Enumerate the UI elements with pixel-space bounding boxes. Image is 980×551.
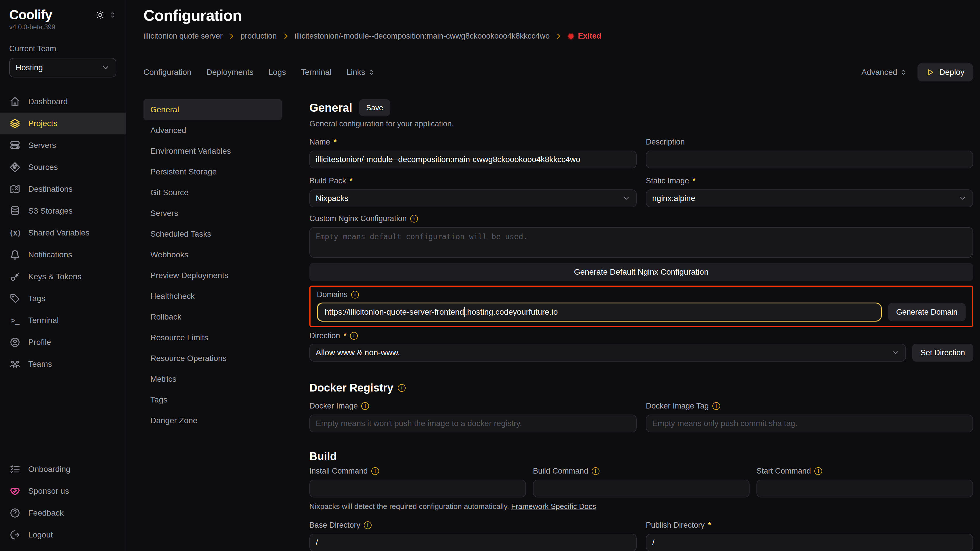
sidebar-item-shared-variables[interactable]: (x) Shared Variables	[0, 222, 126, 244]
subnav-item-healthcheck[interactable]: Healthcheck	[143, 286, 282, 306]
tab-configuration[interactable]: Configuration	[143, 68, 192, 77]
direction-field: Direction* i Allow www & non-www. Set Di…	[309, 331, 973, 362]
sidebar-item-notifications[interactable]: Notifications	[0, 244, 126, 266]
theme-toggle-sun-icon[interactable]	[95, 10, 105, 19]
sidebar-header: Coolify v4.0.0-beta.399 Current Team Hos…	[0, 0, 126, 78]
description-label: Description	[646, 138, 973, 146]
sidebar-item-terminal[interactable]: >_ Terminal	[0, 310, 126, 331]
sidebar-item-logout[interactable]: Logout	[0, 524, 126, 546]
sidebar-item-keys-tokens[interactable]: Keys & Tokens	[0, 266, 126, 287]
info-icon[interactable]: i	[592, 467, 600, 475]
static-image-select[interactable]: nginx:alpine	[646, 189, 973, 207]
subnav-item-advanced[interactable]: Advanced	[143, 120, 282, 141]
direction-select[interactable]: Allow www & non-www.	[309, 344, 906, 362]
subnav-item-resource-operations[interactable]: Resource Operations	[143, 348, 282, 369]
breadcrumb-application[interactable]: illicitestonion/-module--decomposition:m…	[295, 32, 550, 41]
subnav-item-danger-zone[interactable]: Danger Zone	[143, 410, 282, 431]
base-directory-field: Base Directory i	[309, 521, 636, 551]
chevron-right-icon	[228, 33, 235, 40]
chevron-down-icon	[102, 64, 110, 72]
sidebar-item-sponsor-us[interactable]: Sponsor us	[0, 480, 126, 502]
info-icon[interactable]: i	[364, 521, 372, 529]
custom-nginx-label: Custom Nginx Configuration i	[309, 214, 973, 223]
sidebar-item-s3-storages[interactable]: S3 Storages	[0, 200, 126, 222]
sidebar-item-tags[interactable]: Tags	[0, 287, 126, 310]
tab-deployments[interactable]: Deployments	[207, 68, 253, 77]
play-icon	[926, 68, 935, 76]
start-command-input[interactable]	[756, 480, 973, 497]
sidebar-item-projects[interactable]: Projects	[0, 113, 126, 135]
sidebar-item-sources[interactable]: Sources	[0, 156, 126, 178]
team-select[interactable]: Hosting	[9, 58, 116, 78]
subnav-item-general[interactable]: General	[143, 99, 282, 120]
docker-image-field: Docker Image i	[309, 402, 636, 432]
required-asterisk: *	[350, 176, 353, 186]
info-icon[interactable]: i	[350, 332, 358, 340]
breadcrumb-environment[interactable]: production	[240, 32, 277, 41]
build-command-input[interactable]	[533, 480, 749, 497]
subnav-item-webhooks[interactable]: Webhooks	[143, 245, 282, 265]
sidebar-item-profile[interactable]: Profile	[0, 331, 126, 353]
description-input[interactable]	[646, 151, 973, 168]
domains-input[interactable]: https://illicitonion-quote-server-fronte…	[317, 303, 882, 322]
git-source-icon	[9, 162, 21, 173]
status-dot-icon	[568, 33, 574, 40]
subnav-item-servers[interactable]: Servers	[143, 203, 282, 224]
build-command-label: Build Command i	[533, 467, 749, 476]
subnav-item-metrics[interactable]: Metrics	[143, 369, 282, 389]
advanced-toggle[interactable]: Advanced	[861, 68, 907, 77]
subnav-item-persistent-storage[interactable]: Persistent Storage	[143, 162, 282, 182]
subnav-item-git-source[interactable]: Git Source	[143, 182, 282, 203]
subnav-item-preview-deployments[interactable]: Preview Deployments	[143, 265, 282, 286]
user-circle-icon	[9, 337, 21, 348]
docker-image-label: Docker Image i	[309, 402, 636, 411]
custom-nginx-textarea[interactable]	[309, 227, 973, 258]
status-badge: Exited	[568, 32, 601, 41]
generate-domain-button[interactable]: Generate Domain	[888, 303, 966, 321]
save-button[interactable]: Save	[359, 99, 390, 116]
base-directory-input[interactable]	[309, 534, 636, 551]
required-asterisk: *	[692, 176, 696, 186]
terminal-icon: >_	[9, 316, 21, 325]
breadcrumb: illicitonion quote server production ill…	[143, 32, 973, 41]
publish-directory-input[interactable]	[646, 534, 973, 551]
deploy-button[interactable]: Deploy	[918, 63, 973, 81]
sidebar-item-dashboard[interactable]: Dashboard	[0, 91, 126, 113]
info-icon[interactable]: i	[351, 291, 359, 299]
sidebar-item-destinations[interactable]: Destinations	[0, 178, 126, 200]
subnav-item-tags[interactable]: Tags	[143, 389, 282, 410]
tab-terminal[interactable]: Terminal	[301, 68, 332, 77]
instance-switcher-chevrons-icon[interactable]	[109, 11, 116, 19]
map-icon	[9, 184, 21, 195]
info-icon[interactable]: i	[398, 384, 406, 392]
tab-links[interactable]: Links	[347, 68, 375, 77]
subnav-item-resource-limits[interactable]: Resource Limits	[143, 327, 282, 348]
sidebar-item-onboarding[interactable]: Onboarding	[0, 458, 126, 480]
subnav-item-environment-variables[interactable]: Environment Variables	[143, 141, 282, 162]
breadcrumb-project[interactable]: illicitonion quote server	[143, 32, 223, 41]
generate-nginx-button[interactable]: Generate Default Nginx Configuration	[309, 263, 973, 281]
info-icon[interactable]: i	[361, 402, 369, 410]
subnav-item-scheduled-tasks[interactable]: Scheduled Tasks	[143, 224, 282, 245]
info-icon[interactable]: i	[371, 467, 379, 475]
framework-docs-link[interactable]: Framework Specific Docs	[511, 502, 596, 511]
info-icon[interactable]: i	[815, 467, 822, 475]
subnav-item-rollback[interactable]: Rollback	[143, 306, 282, 327]
variable-icon: (x)	[9, 229, 21, 237]
docker-image-tag-input[interactable]	[646, 414, 973, 432]
build-pack-select[interactable]: Nixpacks	[309, 189, 636, 207]
static-image-label: Static Image*	[646, 176, 973, 186]
server-icon	[9, 140, 21, 151]
name-input[interactable]	[309, 151, 636, 168]
docker-image-input[interactable]	[309, 414, 636, 432]
info-icon[interactable]: i	[713, 402, 720, 410]
sidebar-item-servers[interactable]: Servers	[0, 135, 126, 156]
chevron-down-icon	[892, 349, 900, 357]
sidebar-item-teams[interactable]: Teams	[0, 353, 126, 375]
sidebar-item-feedback[interactable]: Feedback	[0, 502, 126, 524]
install-command-input[interactable]	[309, 480, 526, 497]
tab-logs[interactable]: Logs	[269, 68, 286, 77]
info-icon[interactable]: i	[410, 215, 418, 222]
set-direction-button[interactable]: Set Direction	[912, 344, 973, 362]
bell-icon	[9, 249, 21, 260]
